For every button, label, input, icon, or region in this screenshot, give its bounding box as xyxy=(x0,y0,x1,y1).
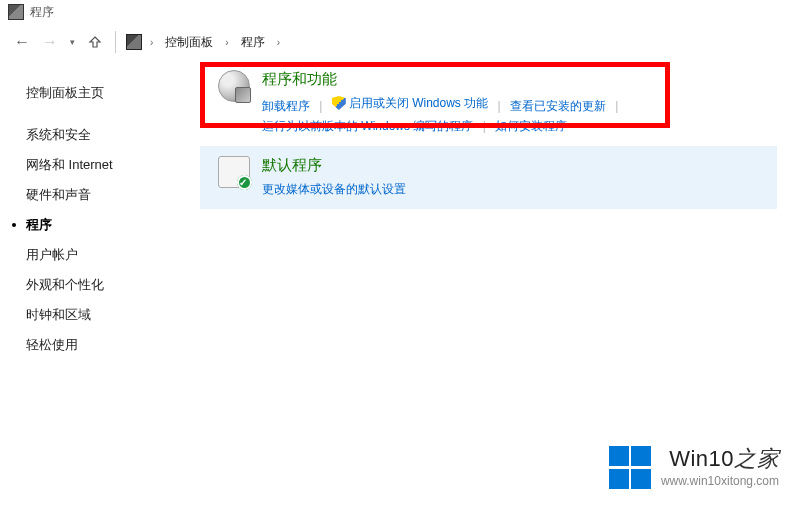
title-bar: 程序 xyxy=(0,0,797,24)
chevron-right-icon[interactable]: › xyxy=(221,37,232,48)
category-programs-features: 程序和功能 卸载程序 | 启用或关闭 Windows 功能 | 查看已安装的更新… xyxy=(200,60,777,146)
windows-logo-icon xyxy=(609,446,653,490)
link-windows-features[interactable]: 启用或关闭 Windows 功能 xyxy=(332,93,488,113)
link-label: 卸载程序 xyxy=(262,96,310,116)
chevron-right-icon[interactable]: › xyxy=(146,37,157,48)
sidebar-item-appearance[interactable]: 外观和个性化 xyxy=(26,270,200,300)
up-button[interactable] xyxy=(85,32,105,52)
link-separator: | xyxy=(615,99,618,113)
sidebar-item-clock[interactable]: 时钟和区域 xyxy=(26,300,200,330)
sidebar-item-ease[interactable]: 轻松使用 xyxy=(26,330,200,360)
category-title[interactable]: 程序和功能 xyxy=(262,70,337,89)
link-change-defaults[interactable]: 更改媒体或设备的默认设置 xyxy=(262,179,406,199)
category-links: 卸载程序 | 启用或关闭 Windows 功能 | 查看已安装的更新 | 运行为… xyxy=(262,93,763,136)
category-title[interactable]: 默认程序 xyxy=(262,156,322,175)
watermark-brand: Win10之家 xyxy=(661,444,779,474)
link-label: 更改媒体或设备的默认设置 xyxy=(262,179,406,199)
sidebar-list: 系统和安全 网络和 Internet 硬件和声音 程序 用户帐户 外观和个性化 … xyxy=(26,120,200,360)
watermark: Win10之家 www.win10xitong.com xyxy=(661,444,779,488)
sidebar-item-programs[interactable]: 程序 xyxy=(26,210,200,240)
sidebar-item-accounts[interactable]: 用户帐户 xyxy=(26,240,200,270)
link-label: 运行为以前版本的 Windows 编写的程序 xyxy=(262,116,473,136)
sidebar-home[interactable]: 控制面板主页 xyxy=(26,84,200,102)
app-icon xyxy=(8,4,24,20)
content-area: 程序和功能 卸载程序 | 启用或关闭 Windows 功能 | 查看已安装的更新… xyxy=(200,60,797,506)
watermark-url: www.win10xitong.com xyxy=(661,474,779,488)
category-links: 更改媒体或设备的默认设置 xyxy=(262,179,763,199)
link-label: 启用或关闭 Windows 功能 xyxy=(349,93,488,113)
link-label: 如何安装程序 xyxy=(495,116,567,136)
forward-button: → xyxy=(40,32,60,52)
sidebar-item-system[interactable]: 系统和安全 xyxy=(26,120,200,150)
defaults-icon xyxy=(218,156,250,188)
link-separator: | xyxy=(483,119,486,133)
shield-icon xyxy=(332,96,346,110)
sidebar: 控制面板主页 系统和安全 网络和 Internet 硬件和声音 程序 用户帐户 … xyxy=(0,60,200,506)
back-button[interactable]: ← xyxy=(12,32,32,52)
link-installed-updates[interactable]: 查看已安装的更新 xyxy=(510,96,606,116)
window-title: 程序 xyxy=(30,4,54,21)
breadcrumb-root[interactable]: 控制面板 xyxy=(161,32,217,53)
brand-text-suffix: 之家 xyxy=(734,446,779,471)
link-legacy-programs[interactable]: 运行为以前版本的 Windows 编写的程序 xyxy=(262,116,473,136)
link-how-to-install[interactable]: 如何安装程序 xyxy=(495,116,567,136)
category-default-programs[interactable]: 默认程序 更改媒体或设备的默认设置 xyxy=(200,146,777,209)
chevron-right-icon[interactable]: › xyxy=(273,37,284,48)
link-separator: | xyxy=(319,99,322,113)
sidebar-item-hardware[interactable]: 硬件和声音 xyxy=(26,180,200,210)
breadcrumb: › 控制面板 › 程序 › xyxy=(126,32,785,53)
separator xyxy=(115,31,116,53)
nav-bar: ← → ▾ › 控制面板 › 程序 › xyxy=(0,24,797,60)
breadcrumb-current[interactable]: 程序 xyxy=(237,32,269,53)
sidebar-item-network[interactable]: 网络和 Internet xyxy=(26,150,200,180)
link-uninstall[interactable]: 卸载程序 xyxy=(262,96,310,116)
location-icon xyxy=(126,34,142,50)
link-label: 查看已安装的更新 xyxy=(510,96,606,116)
history-dropdown[interactable]: ▾ xyxy=(68,37,77,47)
programs-icon xyxy=(218,70,250,102)
brand-text-prefix: Win10 xyxy=(669,446,734,471)
link-separator: | xyxy=(498,99,501,113)
